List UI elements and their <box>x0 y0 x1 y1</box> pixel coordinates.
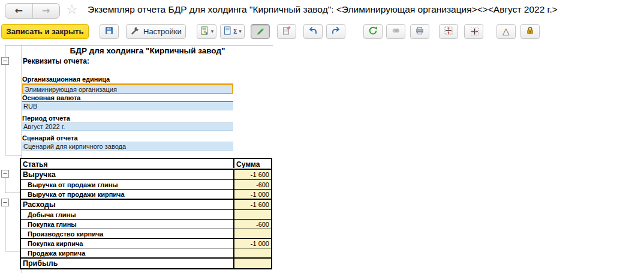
article-cell[interactable]: Покупка кирпича <box>21 239 233 248</box>
table-row[interactable]: Выручка от продажи кирпича-1 000 <box>21 189 271 199</box>
table-row[interactable]: Расходы-1 600 <box>21 199 271 209</box>
nav-buttons: ← → <box>5 3 60 19</box>
edit-mode-button[interactable] <box>251 24 270 39</box>
redo-button[interactable] <box>326 24 345 39</box>
article-cell[interactable]: Выручка от продажи глины <box>21 180 233 189</box>
sigma-glyph: Σ <box>233 28 237 35</box>
article-cell[interactable]: Прибыль <box>21 259 233 268</box>
group-line <box>5 207 5 251</box>
collapse-columns-icon <box>468 26 479 36</box>
field-value[interactable]: Сценарий для кирпичного завода <box>22 142 233 151</box>
report-title: БДР для холдинга "Кирпичный завод" <box>22 46 273 55</box>
group-line <box>5 178 5 193</box>
print-button[interactable] <box>410 24 429 39</box>
table-header-row: Статья Сумма <box>21 159 271 170</box>
budget-table: Статья Сумма Выручка-1 600Выручка от про… <box>20 158 272 269</box>
triangle-icon: △ <box>502 26 510 37</box>
table-row[interactable]: Выручка-1 600 <box>21 170 271 179</box>
clear-edit-button[interactable] <box>277 24 296 39</box>
article-cell[interactable]: Покупка глины <box>21 220 233 229</box>
collapse-group-revenue-button[interactable]: − <box>1 170 9 178</box>
totals-sigma-button[interactable]: Σ ▾ <box>220 24 245 39</box>
sum-cell[interactable]: -600 <box>233 180 271 189</box>
group-line <box>5 193 20 193</box>
erase-icon <box>282 26 291 37</box>
field-label: Сценарий отчета <box>22 134 233 142</box>
save-button[interactable] <box>100 24 119 39</box>
favorite-star-icon[interactable]: ☆ <box>66 2 78 17</box>
refresh-icon <box>368 26 378 37</box>
sum-cell[interactable]: -1 600 <box>233 200 271 209</box>
compare-button <box>386 24 405 39</box>
field-value[interactable]: Август 2022 г. <box>22 122 233 131</box>
requisites-caption: Реквизиты отчета: <box>23 57 89 65</box>
sum-cell[interactable]: -1 600 <box>233 170 271 179</box>
field-value[interactable]: RUB <box>22 102 233 110</box>
collapse-rows-button[interactable] <box>439 24 458 39</box>
sum-cell[interactable]: -1 000 <box>233 190 271 199</box>
sum-cell[interactable] <box>233 229 271 238</box>
titlebar: ← → ☆ Экземпляр отчета БДР для холдинга … <box>0 0 644 22</box>
compare-icon <box>391 26 401 37</box>
sum-cell[interactable]: -600 <box>233 220 271 229</box>
sum-cell[interactable] <box>233 248 271 257</box>
delta-button[interactable]: △ <box>496 24 516 39</box>
page-title: Экземпляр отчета БДР для холдинга "Кирпи… <box>88 4 558 15</box>
report-window: ← → ☆ Экземпляр отчета БДР для холдинга … <box>0 0 644 273</box>
article-cell[interactable]: Выручка <box>21 170 233 179</box>
sum-cell[interactable] <box>233 210 271 219</box>
article-cell[interactable]: Добыча глины <box>21 210 233 219</box>
group-line <box>5 155 22 155</box>
article-cell[interactable]: Продажа кирпича <box>21 248 233 257</box>
back-button[interactable]: ← <box>5 4 32 18</box>
settings-button[interactable]: Настройки <box>126 24 186 39</box>
redo-icon <box>331 26 341 37</box>
chevron-down-icon: ▾ <box>239 28 242 34</box>
field-label: Период отчета <box>22 115 233 122</box>
article-cell[interactable]: Расходы <box>21 200 233 209</box>
field-label: Основная валюта <box>22 94 233 102</box>
table-row[interactable]: Производство кирпича <box>21 229 271 238</box>
toolbar: Записать и закрыть Настройки ▾ Σ ▾ <box>1 23 540 39</box>
collapse-group-requisites-button[interactable]: − <box>1 57 9 65</box>
field-label: Организационная единица <box>22 76 233 83</box>
table-row[interactable]: Продажа кирпича <box>21 248 271 257</box>
table-row[interactable]: Выручка от продажи глины-600 <box>21 179 271 189</box>
article-cell[interactable]: Производство кирпича <box>21 229 233 238</box>
totals-sigma-icon <box>223 26 233 37</box>
lock-icon <box>525 26 535 37</box>
chevron-down-icon: ▾ <box>211 28 214 34</box>
undo-button[interactable] <box>303 24 323 39</box>
refresh-button[interactable] <box>363 24 383 39</box>
settings-wrench-icon <box>130 26 140 37</box>
table-row[interactable]: Покупка глины-600 <box>21 219 271 229</box>
save-and-close-button[interactable]: Записать и закрыть <box>1 24 89 39</box>
field-value[interactable]: Элиминирующая организация <box>22 84 233 94</box>
undo-icon <box>308 26 318 37</box>
sheet-top-border <box>5 45 273 46</box>
save-icon <box>104 26 114 37</box>
report-structure-icon <box>200 26 209 37</box>
collapse-columns-button[interactable] <box>464 24 483 39</box>
table-row[interactable]: Прибыль <box>21 257 271 268</box>
table-row[interactable]: Добыча глины <box>21 209 271 219</box>
table-row[interactable]: Покупка кирпича-1 000 <box>21 238 271 248</box>
sum-cell[interactable] <box>233 259 271 268</box>
print-icon <box>415 26 425 37</box>
edit-pencil-icon <box>255 26 265 37</box>
article-cell[interactable]: Выручка от продажи кирпича <box>21 190 233 199</box>
report-form-area: − − − БДР для холдинга "Кирпичный завод"… <box>0 44 644 273</box>
column-header-article: Статья <box>21 159 233 168</box>
forward-button[interactable]: → <box>33 4 60 18</box>
lock-button[interactable] <box>520 24 540 39</box>
group-line <box>5 251 20 251</box>
report-structure-button[interactable]: ▾ <box>197 24 217 39</box>
collapse-group-expenses-button[interactable]: − <box>1 199 9 206</box>
sum-cell[interactable]: -1 000 <box>233 239 271 248</box>
settings-button-label: Настройки <box>143 27 182 36</box>
collapse-rows-icon <box>444 26 453 37</box>
column-header-sum: Сумма <box>233 159 271 168</box>
